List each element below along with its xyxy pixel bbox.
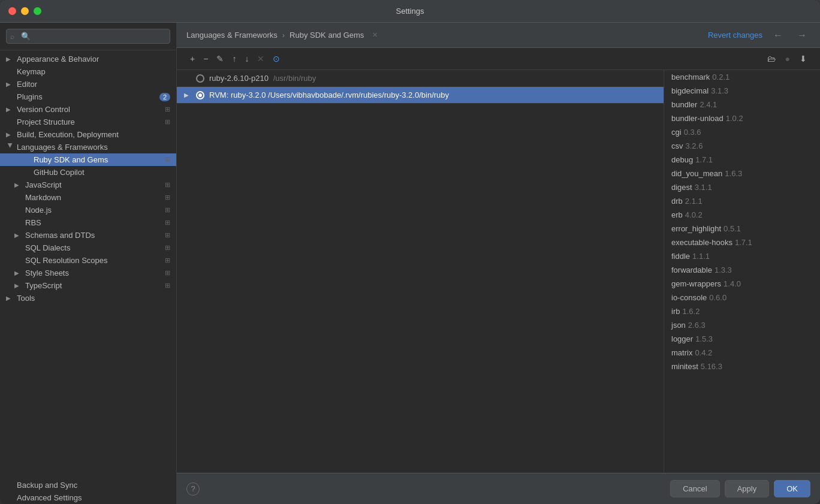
gem-name: json: [671, 321, 686, 330]
add-sdk-button[interactable]: +: [186, 52, 198, 66]
arrow-icon: ▶: [6, 295, 14, 301]
revert-changes-button[interactable]: Revert changes: [708, 31, 762, 40]
sidebar-item-backup-sync[interactable]: Backup and Sync: [0, 479, 176, 491]
external-icon: ⊞: [165, 269, 170, 277]
gem-name: error_highlight: [671, 224, 721, 233]
sidebar-item-keymap[interactable]: Keymap: [0, 65, 176, 78]
folder-button[interactable]: 🗁: [764, 52, 779, 66]
sidebar-item-editor[interactable]: ▶ Editor: [0, 78, 176, 90]
gem-item: erb 4.0.2: [664, 208, 820, 222]
gem-version: 3.1.3: [711, 86, 728, 95]
remove-sdk-button[interactable]: −: [200, 52, 212, 66]
breadcrumb: Languages & Frameworks › Ruby SDK and Ge…: [186, 31, 378, 40]
help-button[interactable]: ?: [186, 482, 200, 496]
sidebar-item-version-control[interactable]: ▶ Version Control ⊞: [0, 103, 176, 116]
gem-name: csv: [671, 141, 683, 150]
settings-window: Settings ⌕ ▶ Appearance & Behavior K: [0, 0, 820, 504]
sidebar-item-build-exec[interactable]: ▶ Build, Execution, Deployment: [0, 128, 176, 141]
sidebar-item-label: TypeScript: [25, 281, 162, 290]
breadcrumb-child: Ruby SDK and Gems: [290, 31, 364, 40]
sidebar-item-javascript[interactable]: ▶ JavaScript ⊞: [0, 179, 176, 191]
tab-close-icon[interactable]: ✕: [372, 31, 378, 39]
gem-version: 0.5.1: [723, 224, 741, 233]
sidebar-item-advanced-settings[interactable]: Advanced Settings: [0, 491, 176, 504]
gem-version: 0.4.2: [695, 348, 712, 357]
search-input[interactable]: [6, 29, 170, 44]
external-icon: ⊞: [165, 181, 170, 189]
maximize-button[interactable]: [34, 7, 41, 15]
gem-version: 0.2.1: [712, 73, 729, 82]
gem-version: 1.7.1: [695, 155, 713, 164]
gem-name: bundler: [671, 100, 697, 109]
external-icon: ⊞: [165, 231, 170, 239]
sidebar-item-markdown[interactable]: Markdown ⊞: [0, 191, 176, 204]
gem-name: digest: [671, 183, 692, 192]
sidebar-item-tools[interactable]: ▶ Tools: [0, 292, 176, 304]
gem-name: drb: [671, 197, 683, 206]
sidebar-item-appearance[interactable]: ▶ Appearance & Behavior: [0, 53, 176, 65]
arrow-icon: ▶: [6, 131, 14, 138]
bottom-actions: Cancel Apply OK: [670, 480, 810, 497]
gem-name: bundler-unload: [671, 114, 723, 123]
nav-back-button[interactable]: ←: [770, 29, 786, 42]
gem-name: cgi: [671, 128, 682, 137]
sidebar-item-plugins[interactable]: Plugins 2: [0, 90, 176, 103]
move-down-button[interactable]: ↓: [241, 52, 252, 66]
gem-version: 1.3.3: [715, 265, 732, 274]
sidebar-item-label: SQL Dialects: [25, 243, 162, 252]
sdk-radio-rvm-ruby32[interactable]: [196, 91, 204, 99]
sdk-item-ruby26[interactable]: ruby-2.6.10-p210 /usr/bin/ruby: [177, 70, 664, 87]
sidebar-item-sql-resolution[interactable]: SQL Resolution Scopes ⊞: [0, 254, 176, 267]
external-icon: ⊞: [165, 256, 170, 264]
sidebar-item-rbs[interactable]: RBS ⊞: [0, 216, 176, 229]
content-header: Languages & Frameworks › Ruby SDK and Ge…: [177, 23, 820, 48]
cancel-button[interactable]: Cancel: [670, 480, 719, 497]
apply-button[interactable]: Apply: [725, 480, 770, 497]
gem-item: logger 1.5.3: [664, 332, 820, 346]
titlebar: Settings: [0, 0, 820, 23]
sidebar-item-github-copilot[interactable]: GitHub Copilot: [0, 166, 176, 179]
toolbar: + − ✎ ↑ ↓ ✕ ⊙ 🗁 ● ⬇: [177, 48, 820, 70]
sdk-item-rvm-ruby32[interactable]: ▶ RVM: ruby-3.2.0 /Users/vibhavbobade/.r…: [177, 87, 664, 104]
arrow-icon: ▶: [7, 143, 14, 152]
gem-version: 3.2.6: [686, 141, 703, 150]
sidebar-item-ruby-sdk[interactable]: Ruby SDK and Gems ⊞: [0, 153, 176, 166]
sdk-radio-ruby26[interactable]: [196, 74, 204, 83]
sidebar-item-typescript[interactable]: ▶ TypeScript ⊞: [0, 279, 176, 292]
sidebar-item-schemas[interactable]: ▶ Schemas and DTDs ⊞: [0, 229, 176, 242]
sidebar-bottom: Backup and Sync Advanced Settings: [0, 479, 176, 504]
gem-item: bundler-unload 1.0.2: [664, 111, 820, 125]
sidebar-item-languages[interactable]: ▶ Languages & Frameworks: [0, 141, 176, 153]
sidebar: ⌕ ▶ Appearance & Behavior Keymap ▶: [0, 23, 177, 504]
gem-version: 1.6.3: [725, 169, 742, 178]
eye-button[interactable]: ⊙: [269, 52, 284, 66]
gem-name: erb: [671, 210, 683, 219]
nav-forward-button[interactable]: →: [794, 29, 810, 42]
sidebar-item-label: Version Control: [17, 105, 162, 114]
gem-version: 2.1.1: [685, 197, 703, 206]
sidebar-item-label: Markdown: [25, 193, 162, 202]
circle-button[interactable]: ●: [782, 52, 794, 66]
sidebar-tree: ▶ Appearance & Behavior Keymap ▶ Editor …: [0, 50, 176, 479]
gem-name: minitest: [671, 362, 698, 371]
sidebar-item-project-structure[interactable]: Project Structure ⊞: [0, 116, 176, 128]
ok-button[interactable]: OK: [774, 480, 810, 497]
content-area: Languages & Frameworks › Ruby SDK and Ge…: [177, 23, 820, 504]
move-up-button[interactable]: ↑: [228, 52, 240, 66]
sidebar-item-label: JavaScript: [25, 180, 162, 189]
close-button-toolbar[interactable]: ✕: [254, 52, 268, 66]
titlebar-buttons: [8, 7, 41, 15]
sidebar-item-label: Project Structure: [17, 117, 162, 126]
gem-version: 1.7.1: [735, 238, 752, 247]
gem-name: irb: [671, 307, 680, 316]
close-button[interactable]: [8, 7, 16, 15]
sidebar-item-nodejs[interactable]: Node.js ⊞: [0, 204, 176, 216]
gem-item: csv 3.2.6: [664, 139, 820, 153]
sidebar-item-label: Editor: [17, 80, 170, 89]
sidebar-item-sql-dialects[interactable]: SQL Dialects ⊞: [0, 242, 176, 254]
sidebar-item-label: Schemas and DTDs: [25, 231, 162, 240]
edit-sdk-button[interactable]: ✎: [213, 52, 227, 66]
sidebar-item-style-sheets[interactable]: ▶ Style Sheets ⊞: [0, 267, 176, 279]
download-button[interactable]: ⬇: [796, 52, 810, 66]
minimize-button[interactable]: [21, 7, 29, 15]
